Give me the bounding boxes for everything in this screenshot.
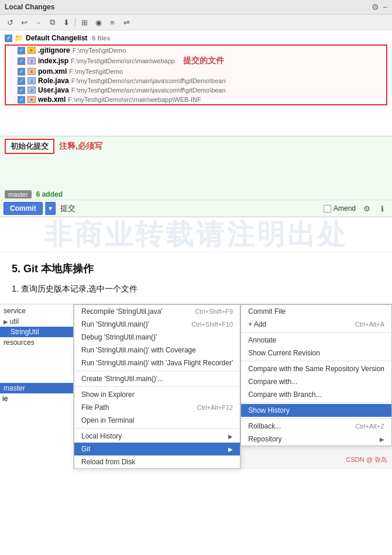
local-changes-panel: Local Changes ⚙ − ↺ ↩ → ⧉ ⬇ ⊞ ◉ ≡ ⇌ ✓ 📁 … <box>0 0 392 217</box>
file-name-0: .gitignore <box>38 46 70 54</box>
file-checkbox-4[interactable]: ✓ <box>18 87 25 94</box>
download-btn[interactable]: ⬇ <box>60 16 73 28</box>
changelist-header[interactable]: ✓ 📁 Default Changelist 6 files <box>2 33 390 43</box>
file-icon-5: X <box>27 96 36 103</box>
changelist-checkbox[interactable]: ✓ <box>5 35 12 42</box>
sub-sep4 <box>241 418 391 419</box>
settings-icon[interactable]: ⚙ <box>372 2 379 12</box>
file-icon-4: J <box>27 87 36 94</box>
submenu-commit-file[interactable]: Commit File <box>241 305 391 318</box>
sub-sep3 <box>241 402 391 403</box>
amend-info-btn[interactable]: ℹ <box>376 203 388 214</box>
eye-btn[interactable]: ◉ <box>92 16 105 28</box>
submenu-compare-branch[interactable]: Compare with Branch... <box>241 388 391 401</box>
file-checkbox-5[interactable]: ✓ <box>18 96 25 104</box>
ctx-recompile[interactable]: Recompile 'StringUtil.java' Ctrl+Shift+F… <box>74 305 240 318</box>
swap-btn[interactable]: ⇌ <box>120 16 133 28</box>
file-checkbox-0[interactable]: ✓ <box>18 47 25 54</box>
file-checkbox-3[interactable]: ✓ <box>18 77 25 85</box>
changelist-name: Default Changelist <box>26 34 87 42</box>
ide-sidebar: service ▶ util StringUtil resources mast… <box>0 304 74 469</box>
article-section: 5. Git 本地库操作 1. 查询历史版本记录,选中一个文件 <box>0 252 392 304</box>
commit-message-label: 初始化提交 <box>11 142 49 150</box>
commit-area: 初始化提交 注释,必须写 master 6 added Commit ▾ 提交 … <box>0 136 392 217</box>
submenu-compare-with[interactable]: Compare with... <box>241 375 391 388</box>
changelist-files: ✓ F .gitignore F:\myTest\gitDemo ✓ J ind… <box>5 44 387 105</box>
file-path-3: F:\myTest\gitDemo\src\main\java\com\ff\g… <box>71 77 226 84</box>
commit-buttons-bar: Commit ▾ 提交 Amend ⚙ ℹ <box>0 200 392 217</box>
file-name-1: index.jsp <box>38 57 68 65</box>
commit-button[interactable]: Commit <box>4 202 43 215</box>
file-path-4: F:\myTest\gitDemo\src\main\java\com\ff\g… <box>71 87 226 94</box>
file-item-2[interactable]: ✓ X pom.xml F:\myTest\gitDemo <box>6 67 386 76</box>
sidebar-item-util[interactable]: ▶ util <box>0 316 73 327</box>
sidebar-item-resources[interactable]: resources <box>0 337 73 348</box>
file-name-5: web.xml <box>38 95 66 104</box>
amend-row: Amend ⚙ ℹ <box>324 203 388 214</box>
move-btn[interactable]: → <box>32 16 44 28</box>
file-name-3: Role.java <box>38 77 69 85</box>
ctx-create[interactable]: Create 'StringUtil.main()'... <box>74 372 240 385</box>
file-icon-1: J <box>27 57 36 64</box>
amend-label: Amend <box>333 204 356 213</box>
grid-btn[interactable]: ⊞ <box>78 16 91 28</box>
context-menu-area: service ▶ util StringUtil resources mast… <box>0 304 392 469</box>
file-item-0[interactable]: ✓ F .gitignore F:\myTest\gitDemo <box>6 46 386 55</box>
file-tree: ✓ 📁 Default Changelist 6 files ✓ F .giti… <box>0 30 392 136</box>
sidebar-item-stringutil[interactable]: StringUtil <box>0 327 73 337</box>
ctx-run[interactable]: Run 'StringUtil.main()' Ctrl+Shift+F10 <box>74 318 240 331</box>
branch-bar: master <box>0 383 73 393</box>
ctx-git[interactable]: Git ▶ <box>74 443 240 455</box>
submenu-add[interactable]: + Add Ctrl+Alt+A <box>241 318 391 331</box>
file-item-3[interactable]: ✓ J Role.java F:\myTest\gitDemo\src\main… <box>6 76 386 85</box>
commit-arrow-button[interactable]: ▾ <box>45 202 56 215</box>
annotation-label: 提交的文件 <box>183 56 224 66</box>
file-path-5: F:\myTest\gitDemo\src\main\webapp\WEB-IN… <box>68 96 201 103</box>
file-checkbox-2[interactable]: ✓ <box>18 68 25 76</box>
ctx-show-explorer[interactable]: Show in Explorer <box>74 388 240 401</box>
ctx-local-history[interactable]: Local History ▶ <box>74 430 240 443</box>
ctx-run-jfr[interactable]: Run 'StringUtil.main()' with 'Java Fligh… <box>74 357 240 369</box>
file-item-4[interactable]: ✓ J User.java F:\myTest\gitDemo\src\main… <box>6 85 386 95</box>
ctx-sep1 <box>74 371 240 371</box>
refresh-btn[interactable]: ↺ <box>4 16 16 28</box>
file-path-2: F:\myTest\gitDemo <box>69 68 123 75</box>
sub-sep1 <box>241 332 391 333</box>
menus-row: Recompile 'StringUtil.java' Ctrl+Shift+F… <box>74 304 392 469</box>
file-name-2: pom.xml <box>38 67 67 76</box>
ctx-reload[interactable]: Reload from Disk <box>74 455 240 468</box>
submenu-annotate[interactable]: Annotate <box>241 334 391 347</box>
file-path-0: F:\myTest\gitDemo <box>73 47 126 54</box>
panel-title-bar: Local Changes ⚙ − <box>0 0 392 15</box>
submenu-compare-same[interactable]: Compare with the Same Repository Version <box>241 362 391 375</box>
file-checkbox-1[interactable]: ✓ <box>18 57 25 65</box>
menu-btn[interactable]: ≡ <box>106 16 119 28</box>
submenu-rollback[interactable]: Rollback... Ctrl+Alt+Z <box>241 420 391 433</box>
ctx-debug[interactable]: Debug 'StringUtil.main()' <box>74 331 240 344</box>
subsection-heading: 1. 查询历史版本记录,选中一个文件 <box>12 284 380 294</box>
file-item-5[interactable]: ✓ X web.xml F:\myTest\gitDemo\src\main\w… <box>6 95 386 104</box>
close-icon[interactable]: − <box>383 2 387 12</box>
file-icon-2: X <box>27 68 36 75</box>
amend-settings-btn[interactable]: ⚙ <box>360 203 373 214</box>
ctx-file-path[interactable]: File Path Ctrl+Alt+F12 <box>74 401 240 414</box>
branch-badge: master <box>5 190 32 198</box>
csdn-watermark: CSDN @ 弥岛 <box>346 455 387 464</box>
commit-action-label: 提交 <box>60 203 75 214</box>
status-bar: master 6 added <box>0 189 392 200</box>
file-item-1[interactable]: ✓ J index.jsp F:\myTest\gitDemo\src\main… <box>6 55 386 67</box>
submenu-repository[interactable]: Repository ▶ <box>241 433 391 446</box>
submenu-show-current[interactable]: Show Current Revision <box>241 347 391 359</box>
copy-btn[interactable]: ⧉ <box>46 16 59 28</box>
sidebar-item-service[interactable]: service <box>0 306 73 316</box>
added-badge: 6 added <box>36 190 63 198</box>
watermark-text: 非商业转载请注明出处 <box>0 217 392 252</box>
submenu-show-history[interactable]: Show History <box>241 404 391 417</box>
amend-checkbox[interactable] <box>324 205 331 213</box>
ctx-run-coverage[interactable]: Run 'StringUtil.main()' with Coverage <box>74 344 240 357</box>
watermark-section: 非商业转载请注明出处 <box>0 217 392 252</box>
changelist-count: 6 files <box>92 35 110 42</box>
ie-label: ie <box>0 393 73 404</box>
undo-btn[interactable]: ↩ <box>18 16 30 28</box>
ctx-open-terminal[interactable]: Open in Terminal <box>74 414 240 427</box>
